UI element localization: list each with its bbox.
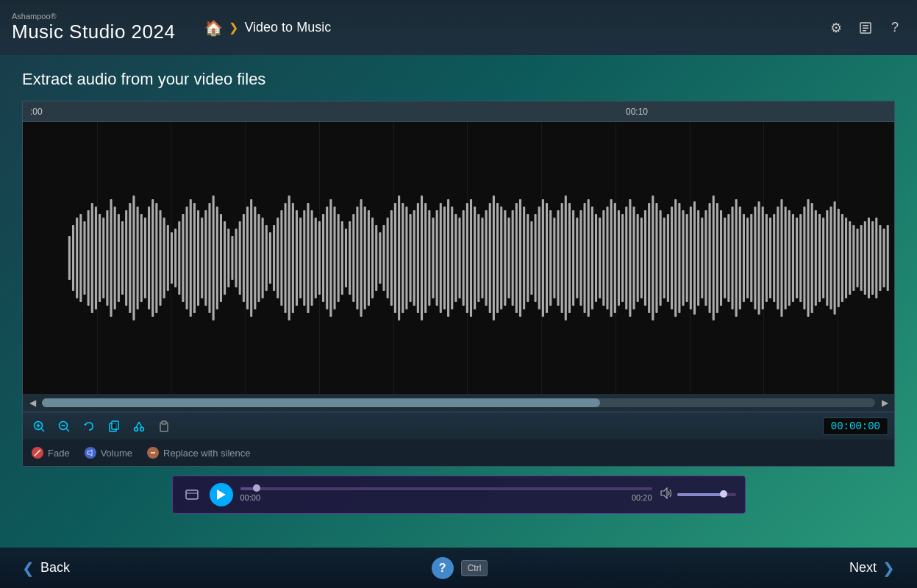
svg-rect-137 [572, 210, 574, 306]
silence-icon [147, 447, 159, 459]
svg-rect-184 [750, 214, 752, 302]
svg-rect-190 [773, 214, 775, 302]
paste-button[interactable] [154, 416, 174, 437]
svg-line-232 [136, 422, 139, 428]
svg-rect-133 [557, 210, 559, 306]
zoom-in-button[interactable] [29, 416, 49, 437]
svg-rect-123 [519, 199, 521, 317]
volume-handle[interactable] [720, 490, 727, 498]
svg-rect-146 [606, 207, 608, 309]
svg-point-231 [140, 427, 144, 431]
svg-rect-104 [447, 199, 449, 317]
progress-track[interactable] [240, 487, 652, 490]
svg-rect-112 [477, 214, 479, 302]
volume-button[interactable]: Volume [85, 447, 132, 459]
svg-rect-208 [841, 214, 843, 302]
svg-rect-64 [296, 210, 298, 306]
undo-button[interactable] [79, 416, 99, 437]
svg-rect-5 [72, 225, 74, 291]
settings-icon[interactable]: ⚙ [826, 18, 846, 38]
svg-rect-100 [432, 218, 434, 298]
waveform-area[interactable] [23, 122, 894, 394]
svg-rect-117 [496, 203, 499, 313]
timeline-bar: :00 00:10 [23, 101, 894, 122]
progress-area[interactable]: 00:00 00:20 [240, 487, 652, 502]
svg-rect-193 [785, 207, 787, 309]
svg-rect-229 [112, 421, 118, 429]
svg-marker-236 [88, 450, 92, 456]
svg-rect-157 [648, 203, 650, 313]
svg-rect-131 [549, 210, 552, 306]
svg-rect-179 [731, 207, 733, 309]
help-button[interactable]: ? [432, 557, 454, 579]
home-icon[interactable]: 🏠 [204, 19, 223, 37]
svg-rect-153 [633, 207, 635, 309]
svg-rect-10 [91, 203, 93, 313]
next-button[interactable]: Next ❯ [849, 559, 895, 577]
copy-button[interactable] [104, 416, 124, 437]
fade-button[interactable]: Fade [32, 447, 70, 459]
svg-rect-108 [463, 210, 465, 306]
back-button[interactable]: ❮ Back [22, 559, 70, 577]
svg-rect-6 [76, 218, 78, 298]
svg-rect-82 [364, 207, 366, 309]
svg-rect-134 [561, 203, 563, 313]
loop-button[interactable] [182, 484, 202, 505]
svg-rect-58 [273, 225, 275, 291]
svg-rect-80 [356, 207, 358, 309]
help-header-icon[interactable]: ? [885, 18, 905, 38]
scrollbar-thumb[interactable] [42, 398, 600, 407]
svg-rect-84 [371, 218, 374, 298]
scrollbar-track[interactable] [42, 398, 875, 407]
zoom-out-button[interactable] [54, 416, 74, 437]
svg-rect-87 [382, 225, 385, 291]
volume-track[interactable] [677, 493, 736, 496]
svg-rect-45 [224, 221, 226, 295]
svg-rect-192 [780, 199, 782, 317]
replace-silence-button[interactable]: Replace with silence [147, 447, 251, 459]
edit-options-row: Fade Volume Replace with silence [23, 440, 894, 466]
volume-speaker-icon[interactable] [660, 487, 673, 503]
svg-rect-211 [852, 225, 854, 291]
svg-rect-22 [137, 207, 139, 309]
svg-rect-202 [818, 214, 821, 302]
svg-rect-197 [799, 214, 802, 302]
svg-rect-56 [265, 225, 268, 291]
bottom-center-actions: ? Ctrl [432, 557, 488, 579]
cut-button[interactable] [129, 416, 149, 437]
svg-rect-25 [148, 207, 150, 309]
svg-rect-203 [822, 218, 824, 298]
scroll-right-button[interactable]: ▶ [878, 396, 891, 409]
svg-rect-53 [254, 207, 256, 309]
main-content: Extract audio from your video files :00 … [0, 55, 917, 514]
svg-rect-30 [167, 225, 169, 291]
svg-rect-169 [693, 201, 696, 315]
svg-rect-176 [720, 210, 722, 306]
svg-rect-115 [489, 203, 491, 313]
horizontal-scrollbar[interactable]: ◀ ▶ [23, 394, 894, 412]
svg-rect-61 [285, 203, 287, 313]
svg-rect-204 [826, 210, 828, 306]
progress-handle[interactable] [253, 484, 260, 492]
svg-rect-86 [379, 232, 381, 284]
bottom-navigation: ❮ Back ? Ctrl Next ❯ [0, 548, 917, 588]
svg-rect-76 [341, 221, 343, 295]
svg-rect-139 [579, 210, 582, 306]
svg-rect-199 [807, 199, 810, 317]
svg-rect-172 [704, 210, 707, 306]
svg-rect-96 [417, 203, 419, 313]
svg-rect-9 [88, 210, 90, 306]
next-label: Next [849, 560, 877, 576]
svg-rect-142 [591, 207, 593, 309]
svg-rect-198 [803, 207, 805, 309]
svg-rect-216 [871, 221, 874, 295]
svg-rect-209 [845, 218, 847, 298]
svg-rect-39 [201, 218, 203, 298]
svg-rect-28 [159, 210, 161, 306]
file-manager-icon[interactable] [855, 18, 876, 38]
svg-line-233 [139, 422, 142, 428]
svg-rect-118 [500, 207, 502, 309]
scroll-left-button[interactable]: ◀ [26, 396, 39, 409]
svg-point-230 [135, 427, 138, 431]
play-button[interactable] [210, 483, 233, 506]
